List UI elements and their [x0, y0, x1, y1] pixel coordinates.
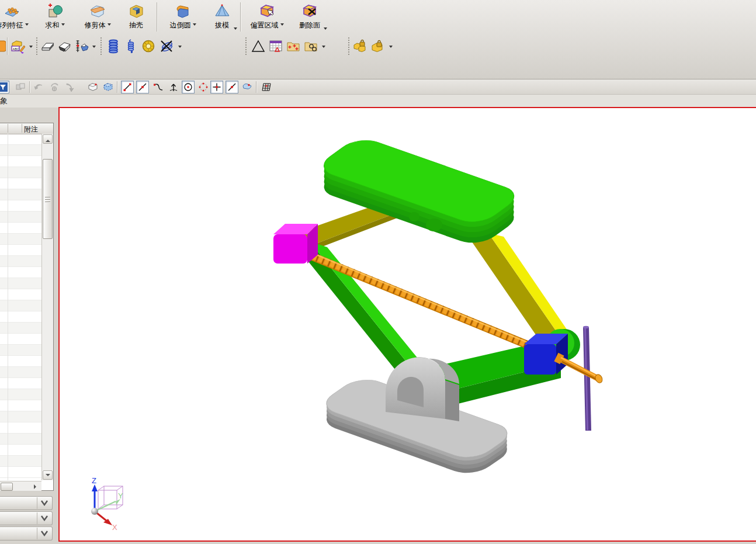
pattern-feature-button[interactable]: 阵列特征 [0, 1, 34, 33]
dropdown-arrow-icon[interactable] [61, 23, 65, 27]
corner-shape-button[interactable] [56, 37, 72, 55]
annotation-row[interactable] [0, 178, 41, 189]
lock-body-alt-button[interactable] [369, 37, 386, 55]
annotation-row[interactable] [0, 267, 41, 278]
annotation-row[interactable] [0, 278, 41, 289]
collapsed-drawer-2[interactable] [0, 511, 53, 525]
snap-quadrant-button[interactable] [197, 81, 210, 93]
annotation-row[interactable] [0, 400, 41, 411]
annotation-row[interactable] [0, 467, 41, 478]
annotation-row[interactable] [0, 300, 41, 311]
annotation-note-button[interactable]: ABC [9, 37, 26, 55]
scrollbar-thumb[interactable] [43, 159, 53, 239]
handle-shaft[interactable] [556, 357, 604, 384]
back-arrow-button[interactable] [33, 81, 46, 93]
3d-model-canvas[interactable]: Y Z X [60, 108, 756, 540]
annotation-row[interactable] [0, 189, 41, 200]
coil-spring-button[interactable] [105, 37, 122, 55]
interpart-link-button[interactable] [14, 81, 27, 93]
annotation-row[interactable] [0, 289, 41, 300]
snap-endpoint-button[interactable] [121, 81, 134, 93]
annotation-row[interactable] [0, 434, 41, 445]
scroll-up-button[interactable] [43, 134, 53, 144]
dropdown-arrow-icon[interactable] [178, 46, 182, 50]
collapsed-drawer-1[interactable] [0, 496, 53, 510]
dropdown-arrow-icon[interactable] [92, 46, 96, 50]
edge-blend-button[interactable]: 边倒圆 [160, 1, 206, 33]
annotation-row[interactable] [0, 245, 41, 256]
dropdown-arrow-icon[interactable] [322, 46, 325, 50]
annotation-row[interactable] [0, 378, 41, 389]
graphics-viewport[interactable]: Y Z X [58, 107, 756, 542]
annotation-row[interactable] [0, 212, 41, 223]
toolbar-drag-handle[interactable] [348, 37, 351, 55]
extension-spring-button[interactable] [123, 37, 139, 55]
spring-tools-button[interactable] [159, 37, 175, 55]
snap-midpoint-button[interactable] [136, 81, 149, 93]
snap-curve-end-button[interactable] [152, 81, 165, 93]
pick-arrow-button[interactable] [63, 81, 76, 93]
right-arrow-icon[interactable] [34, 484, 39, 489]
lock-body-button[interactable] [352, 37, 368, 55]
snap-point-on-face-button[interactable] [241, 81, 254, 93]
base-bracket[interactable] [386, 357, 459, 421]
snap-pole-button[interactable] [167, 81, 180, 93]
annotation-row[interactable] [0, 167, 41, 178]
wcs-triad[interactable]: Y Z X [91, 476, 123, 532]
dropdown-arrow-icon[interactable] [324, 27, 327, 32]
snap-point-on-curve-button[interactable] [226, 81, 238, 93]
hscroll-thumb[interactable] [1, 483, 13, 491]
offset-region-button[interactable]: 偏置区域 [243, 1, 291, 33]
right-nut-block[interactable] [524, 334, 568, 375]
annotation-row[interactable] [0, 256, 41, 267]
left-nut-block[interactable] [273, 224, 318, 264]
snap-grid-button[interactable] [261, 81, 273, 93]
delete-face-button[interactable]: 删除面 [291, 1, 328, 33]
point-set-file-button[interactable] [285, 37, 301, 55]
draft-button[interactable]: 拔模 [206, 1, 238, 33]
handle-rod[interactable] [583, 326, 589, 431]
annotation-row[interactable] [0, 223, 41, 234]
annotation-row[interactable] [0, 323, 41, 334]
toolbar-drag-handle[interactable] [100, 37, 103, 55]
horizontal-scrollbar[interactable] [0, 481, 41, 491]
expand-button[interactable] [37, 528, 51, 539]
annotation-row[interactable] [0, 356, 41, 367]
selection-filter-button[interactable] [0, 81, 9, 93]
vertical-scrollbar[interactable] [41, 134, 53, 480]
expand-button[interactable] [37, 497, 51, 509]
annotation-row[interactable] [0, 367, 41, 378]
dropdown-arrow-icon[interactable] [107, 23, 111, 27]
snap-rollover-button[interactable] [86, 81, 99, 93]
annotation-row[interactable] [0, 311, 41, 323]
annotation-row[interactable] [0, 334, 41, 345]
clipped-toolbar-button[interactable] [0, 37, 6, 55]
refresh-target-button[interactable] [48, 81, 61, 93]
annotation-row[interactable] [0, 411, 41, 422]
toolbar-drag-handle[interactable] [245, 37, 248, 55]
chamfer-button[interactable] [40, 37, 56, 55]
snap-solid-button[interactable] [102, 81, 115, 93]
unite-button[interactable]: 求和 [34, 1, 76, 33]
curve-set-button[interactable] [303, 37, 319, 55]
measure-button[interactable] [74, 37, 90, 55]
annotation-row[interactable] [0, 134, 41, 145]
collapsed-drawer-3[interactable] [0, 526, 53, 540]
snap-intersection-button[interactable] [210, 81, 223, 93]
dropdown-arrow-icon[interactable] [29, 46, 33, 50]
annotation-row[interactable] [0, 445, 41, 456]
expand-button[interactable] [37, 512, 51, 524]
toolbar-drag-handle[interactable] [36, 37, 39, 55]
spreadsheet-button[interactable] [268, 37, 284, 55]
dropdown-arrow-icon[interactable] [234, 27, 237, 32]
dropdown-arrow-icon[interactable] [193, 23, 196, 27]
annotation-row[interactable] [0, 200, 41, 212]
annotation-row[interactable] [0, 145, 41, 156]
annotation-row[interactable] [0, 345, 41, 356]
disc-spring-button[interactable] [140, 37, 157, 55]
panel-header[interactable]: 附注 [0, 123, 53, 134]
annotation-row[interactable] [0, 422, 41, 434]
dropdown-arrow-icon[interactable] [25, 23, 29, 27]
annotation-row[interactable] [0, 156, 41, 167]
annotation-row[interactable] [0, 234, 41, 245]
